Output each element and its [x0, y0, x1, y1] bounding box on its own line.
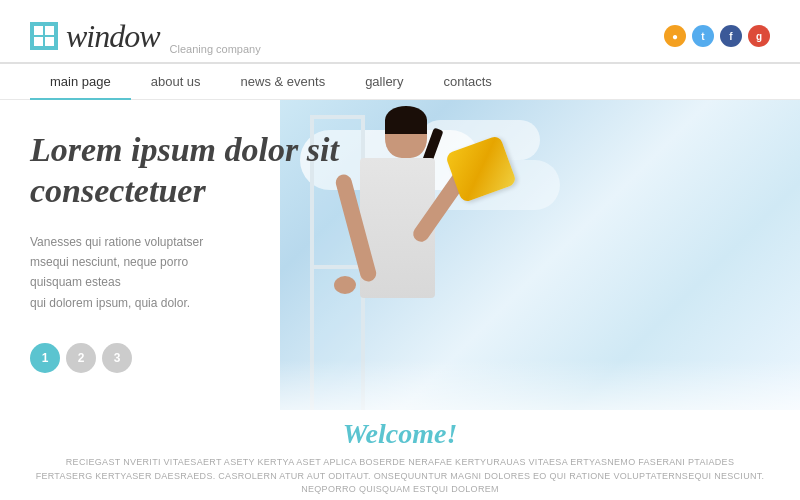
twitter-icon[interactable]: t	[692, 25, 714, 47]
pagination-dot-1[interactable]: 1	[30, 343, 60, 373]
google-plus-icon[interactable]: g	[748, 25, 770, 47]
nav-news-events[interactable]: news & events	[221, 64, 346, 99]
social-icons: ● t f g	[664, 25, 770, 47]
hero-heading: Lorem ipsum dolor sit consectetuer	[30, 130, 350, 212]
person-figure	[360, 110, 435, 298]
logo-text: window	[66, 18, 160, 55]
nav-about-us[interactable]: about us	[131, 64, 221, 99]
hero-pagination: 1 2 3	[30, 343, 350, 373]
header: window Cleaning company ● t f g	[0, 0, 800, 60]
hero-content: Lorem ipsum dolor sit consectetuer Vanes…	[30, 130, 350, 373]
welcome-section: Welcome! RECIEGAST NVERITI VITAESAERT AS…	[0, 410, 800, 500]
pagination-dot-3[interactable]: 3	[102, 343, 132, 373]
nav-contacts[interactable]: contacts	[423, 64, 511, 99]
nav-main-page[interactable]: main page	[30, 64, 131, 99]
logo-text-group: window Cleaning company	[66, 18, 261, 55]
navigation: main page about us news & events gallery…	[0, 62, 800, 100]
nav-gallery[interactable]: gallery	[345, 64, 423, 99]
person-body	[360, 158, 435, 298]
facebook-icon[interactable]: f	[720, 25, 742, 47]
logo-icon	[30, 22, 58, 50]
rss-icon[interactable]: ●	[664, 25, 686, 47]
logo-area: window Cleaning company	[30, 18, 261, 55]
pagination-dot-2[interactable]: 2	[66, 343, 96, 373]
welcome-text: RECIEGAST NVERITI VITAESAERT ASETY KERTY…	[0, 456, 800, 497]
hero-subtext: Vanesses qui ratione voluptatsermsequi n…	[30, 232, 230, 314]
welcome-title: Welcome!	[0, 418, 800, 450]
person-head	[385, 110, 427, 158]
hero-section: Lorem ipsum dolor sit consectetuer Vanes…	[0, 100, 800, 440]
person-hair	[385, 106, 427, 134]
logo-subtitle: Cleaning company	[170, 43, 261, 55]
